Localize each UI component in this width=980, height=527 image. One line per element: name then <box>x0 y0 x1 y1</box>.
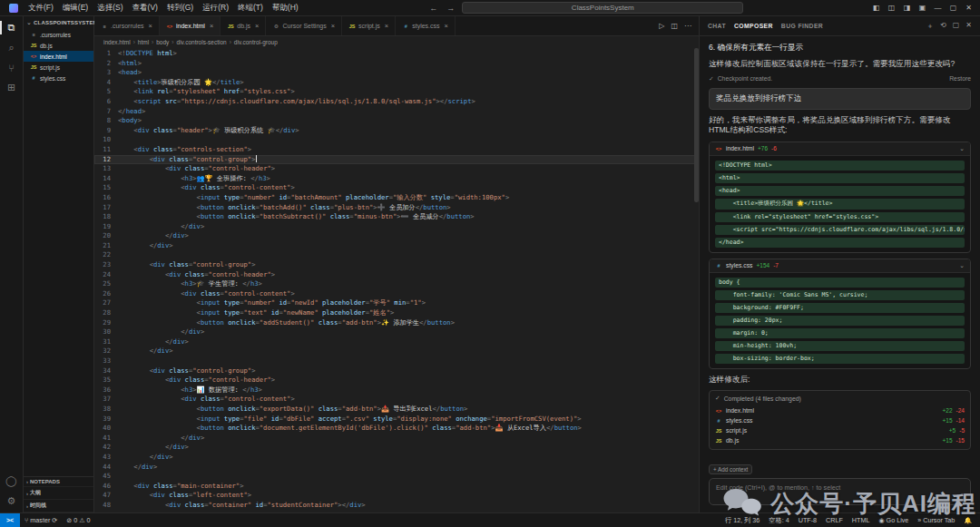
add-context-button[interactable]: + Add context <box>709 464 752 474</box>
changed-file-row[interactable]: #styles.css+15-14 <box>715 415 965 425</box>
customize-layout-icon[interactable]: ▣ <box>915 4 930 12</box>
remote-indicator[interactable]: >< <box>0 513 20 527</box>
back-icon[interactable]: ← <box>427 4 439 13</box>
source-control-icon[interactable]: ⑂ <box>0 59 23 76</box>
file-item[interactable]: JSscript.js <box>24 62 93 73</box>
editor-scrollbar[interactable] <box>694 48 699 512</box>
ai-tab[interactable]: CHAT <box>708 23 726 29</box>
line-number: 21 <box>94 241 118 251</box>
line-number: 30 <box>94 327 118 337</box>
menu-item[interactable]: 选择(S) <box>93 3 127 14</box>
sidebar-section[interactable]: ›大纲 <box>24 487 93 500</box>
extensions-icon[interactable]: ⊞ <box>0 79 23 96</box>
sidebar-section[interactable]: ›NOTEPADS <box>24 477 93 487</box>
file-item[interactable]: <>index.html <box>24 51 93 62</box>
file-name: db.js <box>40 43 53 49</box>
close-icon[interactable]: × <box>385 22 388 30</box>
changed-file-name: db.js <box>726 437 739 444</box>
diff-added-line: </head> <box>715 238 965 248</box>
line-number: 4 <box>94 78 118 88</box>
menu-item[interactable]: 运行(R) <box>198 3 233 14</box>
restore-button[interactable]: Restore <box>949 75 971 82</box>
file-item[interactable]: ≡.cursorrules <box>24 29 93 40</box>
editor-tab[interactable]: JSscript.js× <box>342 16 396 35</box>
more-actions-icon[interactable]: ⋯ <box>684 22 691 30</box>
explorer-icon[interactable]: ⧉ <box>0 19 23 36</box>
breadcrumb-item[interactable]: index.html <box>103 39 131 45</box>
line-number: 29 <box>94 318 118 328</box>
close-icon[interactable]: × <box>255 22 259 30</box>
project-root[interactable]: ⌄ CLASSPOINTSSYSTEM <box>24 16 93 29</box>
settings-gear-icon[interactable]: ⚙ <box>0 493 23 510</box>
close-icon[interactable]: × <box>149 22 152 30</box>
code-line: 22 <box>94 250 699 260</box>
close-panel-icon[interactable]: ✕ <box>965 21 972 31</box>
ai-tab[interactable]: COMPOSER <box>734 23 773 29</box>
minimize-icon[interactable]: — <box>930 4 946 12</box>
editor-tab[interactable]: <>index.html× <box>160 16 220 35</box>
close-icon[interactable]: ✕ <box>961 4 976 12</box>
maximize-icon[interactable]: ▢ <box>946 4 961 12</box>
editor-tab[interactable]: ≡.cursorrules× <box>94 16 160 35</box>
toggle-primary-sidebar-icon[interactable]: ◧ <box>868 4 884 12</box>
history-icon[interactable]: ⟲ <box>940 21 946 31</box>
sidebar-section[interactable]: ›时间线 <box>24 500 93 512</box>
close-icon[interactable]: × <box>445 22 448 30</box>
scrollbar-thumb[interactable] <box>694 48 699 202</box>
changed-file-row[interactable]: <>index.html+22-24 <box>715 405 965 415</box>
editor-tab[interactable]: #styles.css× <box>396 16 456 35</box>
close-icon[interactable]: × <box>210 22 213 30</box>
breadcrumb-item[interactable]: div.control-group <box>234 39 278 45</box>
toggle-secondary-sidebar-icon[interactable]: ◨ <box>899 4 915 12</box>
editor-area: ≡.cursorrules×<>index.html×JSdb.js×⚙Curs… <box>94 16 699 512</box>
menu-item[interactable]: 查看(V) <box>128 3 162 14</box>
menu-item[interactable]: 文件(F) <box>24 3 58 14</box>
chevron-down-icon[interactable]: ⌄ <box>959 262 965 269</box>
chevron-down-icon: ⌄ <box>26 19 32 26</box>
changed-file-row[interactable]: JSdb.js+15-15 <box>715 435 965 445</box>
breadcrumb-item[interactable]: body <box>156 39 169 45</box>
code-line: 14 <h3>👥🏆 全班操作: </h3> <box>94 174 699 184</box>
menu-item[interactable]: 终端(T) <box>233 3 268 14</box>
code-line: 8<body> <box>94 116 699 126</box>
problems-indicator[interactable]: ⊘ 0 ⚠ 0 <box>62 516 94 524</box>
diff-block-styles-css[interactable]: #styles.css+154-7⌄body { font-family: 'C… <box>709 259 971 369</box>
git-branch[interactable]: ⑂ master ⟳ <box>20 516 62 524</box>
toggle-panel-icon[interactable]: ◫ <box>884 4 899 12</box>
run-icon[interactable]: ▷ <box>659 22 664 30</box>
file-name: styles.css <box>40 75 65 82</box>
file-list: ≡.cursorrulesJSdb.js<>index.htmlJSscript… <box>24 29 93 83</box>
ai-tab[interactable]: BUG FINDER <box>781 23 823 29</box>
editor-tab[interactable]: ⚙Cursor Settings× <box>266 16 342 35</box>
line-number: 35 <box>94 376 118 385</box>
breadcrumb-item[interactable]: html <box>138 39 149 45</box>
new-chat-icon[interactable]: ＋ <box>926 21 934 31</box>
search-icon[interactable]: ⌕ <box>0 39 23 56</box>
split-editor-icon[interactable]: ◫ <box>671 22 678 30</box>
editor-tab[interactable]: JSdb.js× <box>220 16 266 35</box>
line-number: 8 <box>94 116 118 126</box>
changed-file-row[interactable]: JSscript.js+5-5 <box>715 425 965 435</box>
diff-block-index-html[interactable]: <>index.html+76-6⌄<!DOCTYPE html><html><… <box>709 142 971 253</box>
tab-actions: ▷ ◫ ⋯ <box>652 16 699 35</box>
line-number: 40 <box>94 424 118 434</box>
line-number: 17 <box>94 203 118 213</box>
diff-added-line: <head> <box>715 186 965 196</box>
open-editor-icon[interactable]: ▢ <box>953 21 960 31</box>
file-item[interactable]: JSdb.js <box>24 40 93 51</box>
file-item[interactable]: #styles.css <box>24 73 93 83</box>
chevron-down-icon[interactable]: ⌄ <box>959 145 965 152</box>
breadcrumb-item[interactable]: div.controls-section <box>177 39 227 45</box>
code-editor[interactable]: 1<!DOCTYPE html>2<html>3<head>4 <title>班… <box>94 48 699 512</box>
changed-file-name: index.html <box>726 407 754 414</box>
code-line: 5 <link rel="stylesheet" href="styles.cs… <box>94 87 699 97</box>
wechat-icon <box>723 487 763 520</box>
account-icon[interactable]: ◯ <box>0 473 23 490</box>
menu-item[interactable]: 编辑(E) <box>58 3 93 14</box>
menu-item[interactable]: 转到(G) <box>162 3 198 14</box>
forward-icon[interactable]: → <box>445 4 456 13</box>
close-icon[interactable]: × <box>331 22 335 30</box>
branch-label: master <box>30 516 50 524</box>
project-search-box[interactable]: ClassPointsSystem <box>462 2 743 14</box>
menu-item[interactable]: 帮助(H) <box>268 3 303 14</box>
